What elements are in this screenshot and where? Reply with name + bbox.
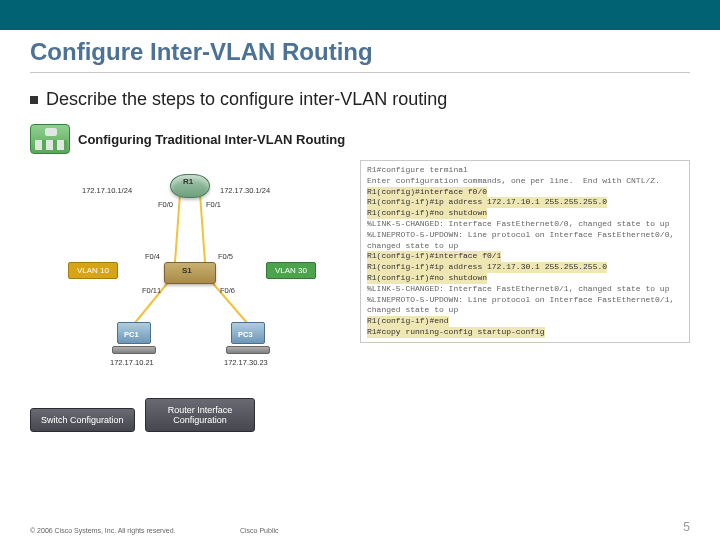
switch-port-tl: F0/4: [145, 252, 160, 261]
cli-line: %LINK-5-CHANGED: Interface FastEthernet0…: [367, 219, 669, 228]
pc3-name: PC3: [238, 330, 253, 339]
title-bar: [0, 0, 720, 30]
cli-line: %LINEPROTO-5-UPDOWN: Line protocol on In…: [367, 295, 679, 315]
cli-line-hl: R1(config)#interface f0/0: [367, 187, 487, 198]
router-port-left: F0/0: [158, 200, 173, 209]
cli-line-hl: R1#copy running-config startup-config: [367, 327, 545, 338]
switch-port-bl: F0/11: [142, 286, 161, 295]
cli-line-hl: R1(config-if)#ip address 172.17.30.1 255…: [367, 262, 607, 273]
router-label: R1: [183, 177, 193, 186]
svg-line-1: [200, 194, 205, 262]
vlan10-tag: VLAN 10: [68, 262, 118, 279]
bullet-row: Describe the steps to configure inter-VL…: [0, 83, 720, 120]
ip-left-label: 172.17.10.1/24: [82, 186, 132, 195]
router-config-button[interactable]: Router Interface Configuration: [145, 398, 255, 432]
footer: © 2006 Cisco Systems, Inc. All rights re…: [0, 520, 720, 534]
pc1-name: PC1: [124, 330, 139, 339]
cli-line: %LINK-5-CHANGED: Interface FastEthernet0…: [367, 284, 669, 293]
network-diagram: R1 172.17.10.1/24 172.17.30.1/24 F0/0 F0…: [30, 162, 350, 392]
page-number: 5: [683, 520, 690, 534]
switch-port-br: F0/6: [220, 286, 235, 295]
title-rule: [30, 72, 690, 73]
vlan30-tag: VLAN 30: [266, 262, 316, 279]
bullet-text: Describe the steps to configure inter-VL…: [46, 89, 447, 110]
cli-line-hl: R1(config-if)#interface f0/1: [367, 251, 501, 262]
cli-line-hl: R1(config-if)#ip address 172.17.10.1 255…: [367, 197, 607, 208]
slide-title: Configure Inter-VLAN Routing: [0, 30, 720, 70]
pc1-ip: 172.17.10.21: [110, 358, 154, 367]
switch-port-tr: F0/5: [218, 252, 233, 261]
cli-line-hl: R1(config-if)#no shutdown: [367, 273, 487, 284]
ip-right-label: 172.17.30.1/24: [220, 186, 270, 195]
cli-terminal: R1#configure terminal Enter configuratio…: [360, 160, 690, 343]
svg-line-0: [175, 194, 180, 262]
network-icon: [30, 124, 70, 154]
pc3-ip: 172.17.30.23: [224, 358, 268, 367]
cli-line-hl: R1(config-if)#no shutdown: [367, 208, 487, 219]
cli-line-hl: R1(config-if)#end: [367, 316, 449, 327]
subheader: Configuring Traditional Inter-VLAN Routi…: [30, 124, 350, 154]
subheader-text: Configuring Traditional Inter-VLAN Routi…: [78, 132, 345, 147]
footer-copyright: © 2006 Cisco Systems, Inc. All rights re…: [30, 527, 176, 534]
cli-line: R1#configure terminal: [367, 165, 468, 174]
cli-line: Enter configuration commands, one per li…: [367, 176, 660, 185]
switch-label: S1: [182, 266, 192, 275]
cli-line: %LINEPROTO-5-UPDOWN: Line protocol on In…: [367, 230, 679, 250]
router-port-right: F0/1: [206, 200, 221, 209]
bullet-icon: [30, 96, 38, 104]
switch-config-button[interactable]: Switch Configuration: [30, 408, 135, 432]
footer-center: Cisco Public: [240, 527, 279, 534]
